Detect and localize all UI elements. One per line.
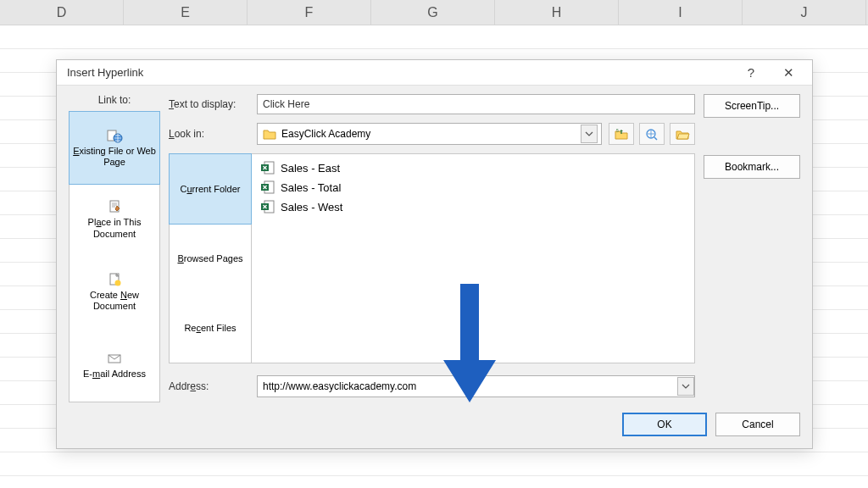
browse-file-button[interactable] <box>670 123 695 145</box>
col-header[interactable]: D <box>0 0 124 25</box>
close-button[interactable]: ✕ <box>771 61 805 85</box>
ok-button[interactable]: OK <box>622 413 707 436</box>
browse-web-button[interactable] <box>639 123 665 145</box>
excel-file-icon <box>260 199 275 214</box>
address-combo[interactable] <box>257 375 695 397</box>
nav-tab-recent-files[interactable]: Recent Files <box>170 293 251 363</box>
linkto-label: E-mail Address <box>83 369 146 380</box>
linkto-label: Existing File or Web Page <box>71 146 158 168</box>
help-button[interactable]: ? <box>734 61 768 85</box>
linkto-label: Place in This Document <box>71 217 158 239</box>
excel-file-icon <box>260 160 275 175</box>
up-folder-button[interactable]: 5 <box>609 123 634 145</box>
cancel-button[interactable]: Cancel <box>715 413 800 436</box>
col-header[interactable]: I <box>619 0 743 25</box>
look-in-combo[interactable]: EasyClick Academy <box>257 123 602 145</box>
text-to-display-label: Text to display: <box>169 98 250 110</box>
linkto-create-new[interactable]: Create New Document <box>70 257 159 330</box>
linkto-email[interactable]: E-mail Address <box>70 329 159 402</box>
chevron-down-icon[interactable] <box>677 377 694 396</box>
col-header[interactable]: H <box>495 0 619 25</box>
globe-page-icon <box>106 128 123 143</box>
email-icon <box>106 351 123 366</box>
look-in-value: EasyClick Academy <box>281 128 576 140</box>
chevron-down-icon[interactable] <box>581 125 598 143</box>
file-name: Sales - East <box>281 162 340 175</box>
web-search-icon <box>644 127 659 141</box>
linkto-panel: Existing File or Web Page Place in This … <box>69 111 160 402</box>
linkto-existing-file[interactable]: Existing File or Web Page <box>69 111 160 185</box>
list-item[interactable]: Sales - West <box>260 198 686 215</box>
dialog-titlebar: Insert Hyperlink ? ✕ <box>57 60 812 86</box>
col-header[interactable]: G <box>371 0 495 25</box>
folder-up-icon: 5 <box>614 127 629 141</box>
linkto-place-in-doc[interactable]: Place in This Document <box>70 184 159 257</box>
folder-open-icon <box>675 127 690 141</box>
bookmark-button[interactable]: Bookmark... <box>704 155 800 179</box>
file-list[interactable]: Sales - East Sales - Total Sales - West <box>252 153 695 363</box>
list-item[interactable]: Sales - East <box>260 159 686 176</box>
folder-icon <box>263 128 276 140</box>
look-in-label: Look in: <box>169 128 250 140</box>
excel-file-icon <box>260 180 275 195</box>
col-header[interactable]: E <box>124 0 248 25</box>
file-name: Sales - West <box>281 201 342 214</box>
column-headers: D E F G H I J <box>0 0 868 25</box>
nav-tabs: Current Folder Browsed Pages Recent File… <box>169 153 252 363</box>
dialog-title: Insert Hyperlink <box>67 66 143 79</box>
text-to-display-input[interactable] <box>257 94 695 114</box>
svg-point-4 <box>115 280 121 286</box>
new-document-icon <box>106 272 123 287</box>
svg-text:5: 5 <box>616 128 619 133</box>
screentip-button[interactable]: ScreenTip... <box>704 94 800 118</box>
address-label: Address: <box>169 380 250 392</box>
nav-tab-browsed-pages[interactable]: Browsed Pages <box>170 224 251 293</box>
linkto-heading: Link to: <box>69 94 160 106</box>
col-header[interactable]: J <box>743 0 866 25</box>
nav-tab-current-folder[interactable]: Current Folder <box>169 153 252 225</box>
col-header[interactable]: F <box>248 0 371 25</box>
document-bookmark-icon <box>106 199 123 214</box>
address-input[interactable] <box>258 376 677 396</box>
file-name: Sales - Total <box>281 181 341 194</box>
insert-hyperlink-dialog: Insert Hyperlink ? ✕ Link to: Existing F… <box>56 59 813 449</box>
list-item[interactable]: Sales - Total <box>260 179 686 196</box>
linkto-label: Create New Document <box>71 290 158 312</box>
